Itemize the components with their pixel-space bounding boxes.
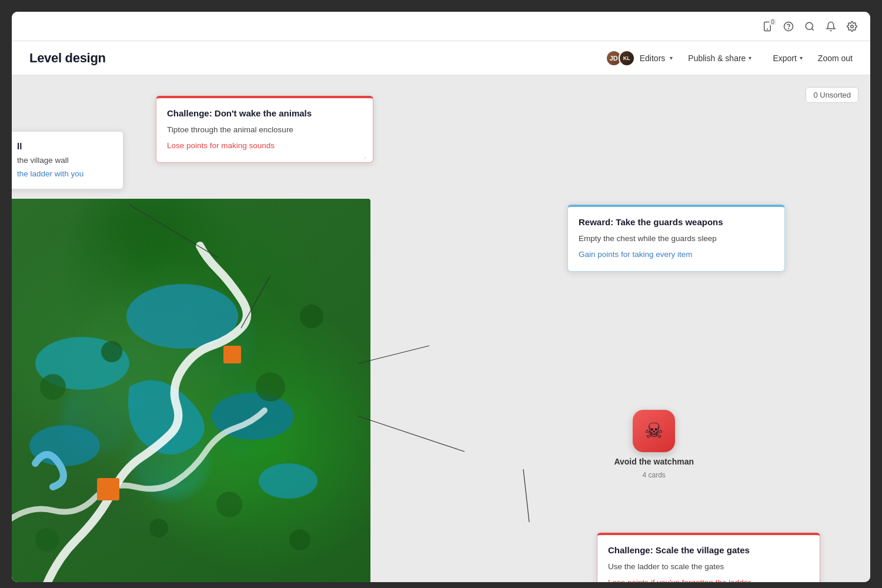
publish-share-button[interactable]: Publish & share ▾	[682, 50, 757, 66]
zoom-out-label: Zoom out	[818, 54, 853, 63]
reward-body: Empty the chest while the guards sleep	[579, 233, 774, 245]
top-bar: 0	[12, 12, 870, 41]
unsorted-badge[interactable]: 0 Unsorted	[806, 87, 858, 103]
app-window: 0	[12, 12, 870, 582]
export-chevron: ▾	[800, 55, 803, 61]
partial-title: ll	[17, 141, 112, 151]
skull-icon: ☠	[644, 419, 663, 443]
svg-point-14	[40, 374, 66, 400]
svg-point-21	[149, 519, 168, 537]
svg-point-11	[259, 463, 318, 499]
avatar-2: KL	[619, 50, 635, 66]
svg-point-6	[851, 25, 854, 28]
map-container	[12, 199, 370, 582]
challenge-2-note: Lose points if you've forgotten the ladd…	[608, 577, 809, 582]
page-title: Level design	[29, 51, 594, 66]
map-image	[12, 199, 370, 582]
skull-label: Avoid the watchman	[614, 457, 694, 466]
svg-point-4	[806, 22, 813, 29]
challenge-card-1[interactable]: Challenge: Don't wake the animals Tiptoe…	[156, 96, 373, 163]
gear-icon[interactable]	[846, 20, 858, 33]
search-icon[interactable]	[803, 20, 816, 33]
notification-count: 0	[769, 19, 776, 25]
svg-point-15	[101, 341, 122, 362]
challenge-1-note: Lose points for making sounds	[167, 141, 362, 152]
skull-icon-bg[interactable]: ☠	[633, 410, 675, 452]
svg-rect-12	[223, 346, 241, 363]
publish-chevron: ▾	[749, 55, 751, 61]
skull-sublabel: 4 cards	[643, 471, 666, 479]
svg-point-17	[300, 305, 323, 328]
challenge-1-body: Tiptoe through the animal enclosure	[167, 124, 362, 136]
help-icon[interactable]	[782, 20, 795, 33]
skull-node[interactable]: ☠ Avoid the watchman 4 cards	[614, 410, 694, 479]
canvas-area[interactable]: 0 Unsorted	[12, 75, 870, 582]
challenge-2-body: Use the ladder to scale the gates	[608, 561, 809, 573]
svg-point-18	[216, 492, 242, 517]
svg-line-26	[523, 469, 529, 522]
svg-point-20	[35, 528, 59, 552]
export-label: Export	[773, 54, 796, 63]
challenge-1-title: Challenge: Don't wake the animals	[167, 108, 362, 119]
bell-icon[interactable]	[824, 20, 837, 33]
reward-title: Reward: Take the guards weapons	[579, 216, 774, 228]
unsorted-label: 0 Unsorted	[813, 91, 851, 99]
editors-button[interactable]: JD KL Editors ▾	[606, 50, 673, 66]
publish-share-label: Publish & share	[688, 54, 746, 63]
svg-line-25	[359, 416, 465, 452]
partial-link: the ladder with you	[17, 169, 112, 178]
header-right: JD KL Editors ▾ Publish & share ▾ Export…	[606, 50, 853, 66]
challenge-card-2[interactable]: Challenge: Scale the village gates Use t…	[597, 533, 820, 582]
tablet-icon[interactable]: 0	[761, 20, 774, 33]
export-button[interactable]: Export ▾	[767, 50, 808, 66]
top-bar-icons: 0	[761, 20, 858, 33]
left-partial-card[interactable]: ll the village wall the ladder with you	[12, 131, 123, 189]
challenge-2-title: Challenge: Scale the village gates	[608, 544, 809, 556]
editors-chevron: ▾	[670, 55, 673, 61]
resize-handle[interactable]: ⌟	[363, 153, 370, 160]
editors-label: Editors	[640, 54, 666, 63]
zoom-out-button[interactable]: Zoom out	[818, 54, 853, 63]
reward-note: Gain points for taking every item	[579, 249, 774, 260]
reward-card[interactable]: Reward: Take the guards weapons Empty th…	[567, 205, 785, 272]
svg-rect-13	[97, 478, 119, 500]
svg-line-5	[811, 28, 813, 30]
avatars: JD KL	[606, 50, 635, 66]
partial-body: the village wall	[17, 156, 112, 165]
svg-point-16	[256, 372, 285, 402]
svg-point-19	[289, 529, 310, 550]
header: Level design JD KL Editors ▾ Publish & s…	[12, 41, 870, 75]
